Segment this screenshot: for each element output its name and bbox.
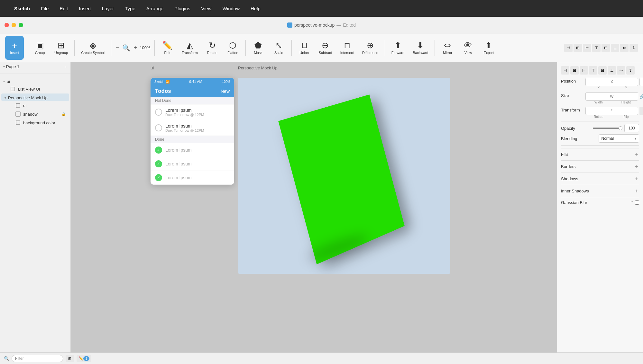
blending-select[interactable]: Normal ▾ [599, 134, 639, 143]
flatten-button[interactable]: ⬡ Flatten [224, 36, 242, 60]
size-height-label: Height [613, 101, 639, 104]
layer-name: List View UI [18, 87, 40, 92]
forward-button[interactable]: ⬆ Forward [388, 36, 408, 60]
align-left-panel-btn[interactable]: ⊣ [561, 66, 569, 75]
intersect-button[interactable]: ⊓ Intersect [337, 36, 357, 60]
sidebar-item-list-view-ui[interactable]: List View UI [1, 85, 69, 93]
position-x-input[interactable] [585, 78, 638, 86]
subtract-button[interactable]: ⊖ Subtract [316, 36, 335, 60]
distribute-v-button[interactable]: ⇕ [629, 44, 638, 52]
close-button[interactable] [5, 23, 9, 27]
align-bottom-panel-btn[interactable]: ⊥ [608, 66, 616, 75]
align-center-v-panel-btn[interactable]: ⊟ [598, 66, 607, 75]
opacity-slider[interactable] [593, 128, 622, 129]
dist-h-panel-btn[interactable]: ⇔ [617, 66, 625, 75]
view-button[interactable]: 👁 View [459, 36, 477, 60]
difference-button[interactable]: ⊕ Difference [359, 36, 381, 60]
gaussian-blur-stepper[interactable]: ⌃ [630, 200, 634, 205]
menu-arrange[interactable]: Arrange [144, 4, 166, 13]
ungroup-button[interactable]: ⊞ Ungroup [51, 36, 71, 60]
align-left-button[interactable]: ⊣ [564, 44, 573, 52]
sidebar-item-ui-group[interactable]: ▾ ui [0, 77, 70, 84]
checkbox-1[interactable] [155, 109, 162, 116]
dist-v-panel-btn[interactable]: ⇕ [626, 66, 635, 75]
menu-edit[interactable]: Edit [57, 4, 70, 13]
align-top-button[interactable]: ⊤ [592, 44, 601, 52]
page-add-button[interactable]: + [65, 65, 67, 69]
borders-section[interactable]: Borders ＋ [561, 160, 639, 173]
menu-sketch[interactable]: Sketch [12, 4, 32, 13]
align-center-h-panel-btn[interactable]: ⊞ [570, 66, 579, 75]
insert-button[interactable]: ＋ Insert [5, 36, 24, 60]
menu-type[interactable]: Type [122, 4, 138, 13]
align-top-panel-btn[interactable]: ⊤ [589, 66, 597, 75]
list-item-5: ✓ Lorem Ipsum [151, 171, 234, 185]
page-selector[interactable]: ▾ Page 1 + [0, 62, 70, 71]
checkbox-3[interactable]: ✓ [155, 146, 162, 154]
lock-aspect-icon[interactable]: 🔗 [639, 94, 643, 99]
align-right-panel-btn[interactable]: ⊢ [580, 66, 588, 75]
edit-layers-button[interactable]: ✏️ 1 [77, 355, 91, 362]
inner-shadows-add-icon[interactable]: ＋ [634, 188, 639, 194]
backward-button[interactable]: ⬇ Backward [409, 36, 431, 60]
zoom-in-button[interactable]: + [132, 44, 138, 52]
mask-button[interactable]: ⬟ Mask [249, 36, 268, 60]
menu-file[interactable]: File [38, 4, 51, 13]
checkbox-2[interactable] [155, 124, 162, 131]
sidebar-item-perspective-group[interactable]: ▾ Perspective Mock Up [1, 93, 69, 101]
menu-insert[interactable]: Insert [76, 4, 94, 13]
shadows-add-icon[interactable]: ＋ [634, 175, 639, 182]
menu-plugins[interactable]: Plugins [172, 4, 193, 13]
menu-view[interactable]: View [198, 4, 214, 13]
menu-window[interactable]: Window [220, 4, 242, 13]
toolbar-separator-6 [291, 40, 292, 56]
export-button[interactable]: ⬆ Export [479, 36, 498, 60]
create-symbol-button[interactable]: ◈ Create Symbol [78, 36, 108, 60]
opacity-value-input[interactable] [624, 124, 639, 132]
canvas-area[interactable]: ui Perspective Mock Up Sketch 📶 9:41 AM … [71, 62, 557, 352]
difference-icon: ⊕ [367, 41, 374, 49]
align-center-v-button[interactable]: ⊟ [602, 44, 610, 52]
minimize-button[interactable] [12, 23, 16, 27]
align-right-button[interactable]: ⊢ [583, 44, 591, 52]
opacity-thumb[interactable] [619, 126, 622, 130]
checkbox-4[interactable]: ✓ [155, 160, 162, 167]
zoom-out-button[interactable]: − [115, 44, 121, 52]
distribute-h-button[interactable]: ⇔ [620, 44, 629, 52]
sidebar-item-bg-color[interactable]: background color [1, 119, 69, 127]
transform-button[interactable]: ◭ Transform [179, 36, 201, 60]
fills-add-icon[interactable]: ＋ [634, 151, 639, 158]
align-bottom-button[interactable]: ⊥ [611, 44, 619, 52]
scale-button[interactable]: ⤡ Scale [270, 36, 288, 60]
checkbox-5[interactable]: ✓ [155, 174, 162, 181]
edit-button[interactable]: ✏️ Edit [158, 36, 177, 60]
perspective-canvas [238, 78, 450, 274]
menu-layer[interactable]: Layer [99, 4, 117, 13]
sidebar-item-ui-layer[interactable]: ui [1, 101, 69, 110]
item-title-5: Lorem Ipsum [165, 175, 230, 180]
align-center-h-button[interactable]: ⊞ [574, 44, 582, 52]
rotate-input[interactable] [585, 107, 638, 115]
inner-shadows-section[interactable]: Inner Shadows ＋ [561, 185, 639, 197]
position-inputs [585, 78, 643, 86]
zoom-value[interactable]: 100% [139, 45, 151, 50]
gaussian-blur-section[interactable]: Gaussian Blur ⌃ [561, 197, 639, 208]
item-title-2: Lorem Ipsum [165, 123, 230, 129]
position-y-input[interactable] [639, 78, 643, 86]
size-width-input[interactable] [585, 92, 638, 101]
filter-input[interactable] [12, 355, 63, 362]
gaussian-blur-toggle[interactable] [635, 200, 639, 205]
shadows-section[interactable]: Shadows ＋ [561, 173, 639, 185]
create-layer-button[interactable]: ⊞ [66, 355, 74, 362]
nav-new-button[interactable]: New [221, 89, 230, 94]
fills-section[interactable]: Fills ＋ [561, 148, 639, 160]
sidebar-item-shadow-layer[interactable]: shadow 🔒 [1, 110, 69, 118]
menu-help[interactable]: Help [248, 4, 263, 13]
mirror-button[interactable]: ⇔ Mirror [438, 36, 457, 60]
rotate-button[interactable]: ↻ Rotate [203, 36, 222, 60]
union-button[interactable]: ⊔ Union [295, 36, 314, 60]
borders-add-icon[interactable]: ＋ [634, 163, 639, 170]
flip-h-button[interactable]: ↔ [639, 107, 643, 115]
maximize-button[interactable] [19, 23, 23, 27]
group-button[interactable]: ▣ Group [31, 36, 49, 60]
